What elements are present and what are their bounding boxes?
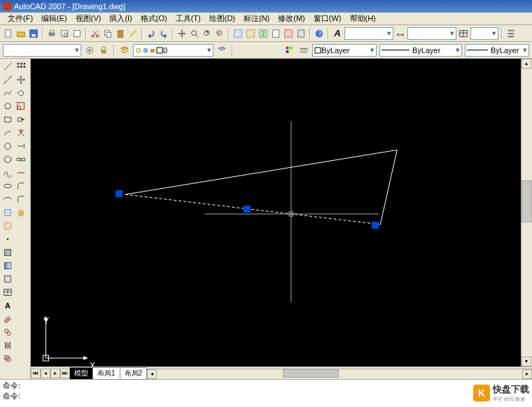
spline-icon[interactable]	[1, 166, 14, 179]
cut-icon[interactable]	[90, 28, 101, 39]
grip-mid[interactable]	[244, 206, 251, 213]
menu-dimension[interactable]: 标注(N)	[240, 13, 273, 24]
match-props-icon[interactable]	[127, 28, 139, 39]
menu-file[interactable]: 文件(F)	[4, 13, 36, 24]
join-icon[interactable]	[15, 166, 27, 179]
insert-icon[interactable]	[1, 206, 14, 219]
break-icon[interactable]	[15, 153, 27, 166]
mtext-icon[interactable]: A	[1, 299, 14, 312]
chamfer-icon[interactable]	[15, 180, 27, 192]
fillet-icon[interactable]	[15, 193, 27, 206]
tab-layout2[interactable]: 布局2	[120, 367, 148, 380]
menu-modify[interactable]: 修改(M)	[274, 13, 309, 24]
help-icon[interactable]: ?	[314, 28, 325, 39]
erase-icon[interactable]	[1, 313, 14, 325]
ellipse-arc-icon[interactable]	[1, 193, 14, 206]
linetype-combo[interactable]: ByLayer ▾	[379, 44, 462, 57]
table-style-combo[interactable]: ▾	[470, 27, 498, 40]
layer-props-icon[interactable]	[119, 45, 130, 56]
paste-icon[interactable]	[115, 28, 126, 39]
explode-icon[interactable]	[15, 206, 27, 219]
tab-next-icon[interactable]: ▸	[50, 369, 60, 378]
copy-obj-icon[interactable]	[1, 326, 14, 338]
copy-icon[interactable]	[102, 28, 113, 39]
drawing-canvas[interactable]: Y X	[31, 59, 521, 366]
circle-icon[interactable]	[1, 140, 14, 152]
horizontal-scrollbar[interactable]: ◂ ▸	[147, 369, 532, 378]
extend-icon[interactable]	[15, 140, 27, 152]
zoom-window-icon[interactable]: +	[202, 28, 213, 39]
revcloud-icon[interactable]	[1, 153, 14, 166]
command-input[interactable]	[23, 392, 529, 400]
stretch-icon[interactable]	[15, 113, 27, 126]
workspace-settings-icon[interactable]	[84, 45, 95, 56]
open-icon[interactable]	[15, 28, 27, 39]
ellipse-icon[interactable]	[1, 180, 14, 192]
quickcalc-icon[interactable]	[295, 28, 307, 39]
tab-last-icon[interactable]: ⏭	[60, 369, 70, 378]
text-style-combo[interactable]: ▾	[344, 27, 393, 40]
scroll-up-icon[interactable]: ▴	[522, 59, 531, 69]
scroll-down-icon[interactable]: ▾	[522, 357, 531, 366]
print-preview-icon[interactable]	[59, 28, 70, 39]
grip-icon[interactable]	[505, 28, 517, 39]
layer-combo[interactable]: 0 ▾	[133, 44, 214, 57]
vertical-scrollbar[interactable]: ▴ ▾	[521, 59, 532, 366]
save-icon[interactable]	[28, 28, 39, 39]
workspace-lock-icon[interactable]	[98, 45, 109, 56]
hatch-icon[interactable]	[1, 246, 14, 259]
zoom-realtime-icon[interactable]	[189, 28, 200, 39]
arc-icon[interactable]	[1, 127, 14, 139]
tab-first-icon[interactable]: ⏮	[31, 369, 41, 378]
color-control-icon[interactable]	[284, 45, 295, 56]
table-style-icon[interactable]	[458, 28, 469, 39]
tool-palettes-icon[interactable]	[258, 28, 269, 39]
scroll-right-icon[interactable]: ▸	[522, 369, 532, 379]
color-combo[interactable]: ByLayer ▾	[312, 44, 377, 57]
menu-help[interactable]: 帮助(H)	[346, 13, 379, 24]
pan-icon[interactable]	[176, 28, 188, 39]
scale-icon[interactable]	[15, 100, 27, 113]
menu-draw[interactable]: 绘图(D)	[206, 13, 239, 24]
design-center-icon[interactable]	[245, 28, 256, 39]
tab-prev-icon[interactable]: ◂	[41, 369, 50, 378]
menu-window[interactable]: 窗口(W)	[310, 13, 345, 24]
move-icon[interactable]	[15, 73, 27, 86]
offset-icon[interactable]	[1, 352, 14, 365]
new-icon[interactable]	[3, 28, 14, 39]
grip-start[interactable]	[115, 190, 122, 197]
sheet-set-icon[interactable]	[270, 28, 281, 39]
rectangle-icon[interactable]	[1, 113, 14, 126]
point-icon[interactable]	[1, 233, 14, 245]
scroll-left-icon[interactable]: ◂	[147, 369, 157, 379]
region-icon[interactable]	[1, 273, 14, 285]
xline-icon[interactable]	[1, 73, 14, 86]
menu-tools[interactable]: 工具(T)	[172, 13, 204, 24]
undo-icon[interactable]	[146, 28, 157, 39]
polygon-icon[interactable]	[1, 100, 14, 113]
pline-icon[interactable]	[1, 87, 14, 99]
tab-layout1[interactable]: 布局1	[92, 367, 120, 380]
tab-model[interactable]: 模型	[69, 367, 93, 380]
trim-icon[interactable]	[15, 127, 27, 139]
zoom-previous-icon[interactable]	[214, 28, 225, 39]
workspace-combo[interactable]: ▾	[3, 44, 81, 57]
block-icon[interactable]	[1, 220, 14, 232]
dim-style-combo[interactable]: ▾	[407, 27, 456, 40]
dim-style-icon[interactable]	[395, 28, 406, 39]
print-icon[interactable]	[46, 28, 57, 39]
menu-edit[interactable]: 编辑(E)	[38, 13, 71, 24]
properties-icon[interactable]	[232, 28, 244, 39]
publish-icon[interactable]	[71, 28, 83, 39]
mirror-icon[interactable]	[1, 339, 14, 352]
line-icon[interactable]	[1, 60, 14, 73]
layer-prev-icon[interactable]	[216, 45, 227, 56]
redo-icon[interactable]	[158, 28, 169, 39]
gradient-icon[interactable]	[1, 259, 14, 272]
menu-format[interactable]: 格式(O)	[137, 13, 171, 24]
linetype-control-icon[interactable]	[298, 45, 309, 56]
table-icon[interactable]	[1, 286, 14, 299]
text-style-icon[interactable]: A	[332, 28, 343, 39]
lineweight-combo[interactable]: ByLayer ▾	[465, 44, 529, 57]
rotate-icon[interactable]	[15, 87, 27, 99]
